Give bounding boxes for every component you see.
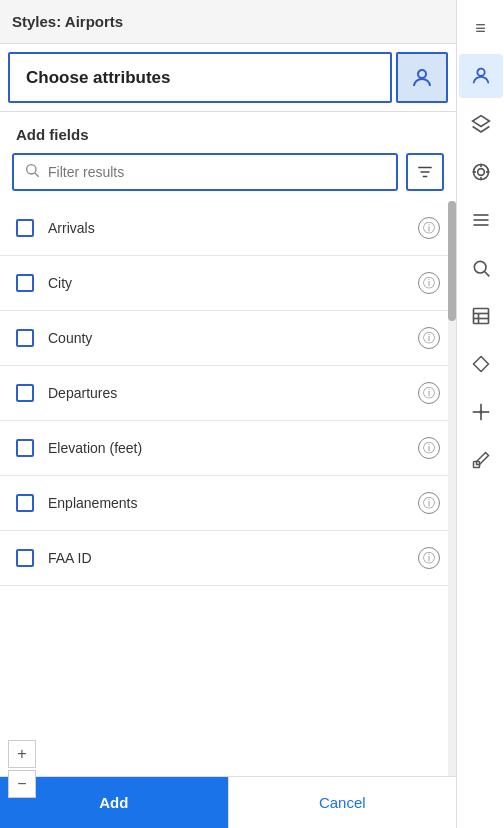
- field-item: Departures ⓘ: [0, 366, 456, 421]
- search-box: [12, 153, 398, 191]
- person-sidebar-icon[interactable]: [459, 54, 503, 98]
- table-sidebar-icon[interactable]: [459, 294, 503, 338]
- search-filter-row: [0, 153, 456, 201]
- field-name-2: County: [48, 330, 404, 346]
- fields-list-container: Arrivals ⓘ City ⓘ County ⓘ Departures ⓘ …: [0, 201, 456, 776]
- svg-marker-17: [473, 357, 488, 372]
- svg-rect-13: [473, 309, 488, 324]
- search-icon: [24, 162, 40, 182]
- info-icon-3[interactable]: ⓘ: [418, 382, 440, 404]
- field-item: FAA ID ⓘ: [0, 531, 456, 586]
- info-icon-4[interactable]: ⓘ: [418, 437, 440, 459]
- scrollbar-track[interactable]: [448, 201, 456, 776]
- field-checkbox-4[interactable]: [16, 439, 34, 457]
- crosshair-sidebar-icon[interactable]: [459, 390, 503, 434]
- zoom-out-button[interactable]: −: [8, 770, 36, 798]
- field-item: Enplanements ⓘ: [0, 476, 456, 531]
- zoom-in-button[interactable]: +: [8, 740, 36, 768]
- field-name-5: Enplanements: [48, 495, 404, 511]
- svg-marker-1: [472, 116, 489, 127]
- info-icon-0[interactable]: ⓘ: [418, 217, 440, 239]
- field-checkbox-2[interactable]: [16, 329, 34, 347]
- info-icon-1[interactable]: ⓘ: [418, 272, 440, 294]
- svg-line-24: [35, 173, 39, 177]
- field-name-6: FAA ID: [48, 550, 404, 566]
- search-sidebar-icon[interactable]: [459, 246, 503, 290]
- filter-button[interactable]: [406, 153, 444, 191]
- main-panel: Styles: Airports Choose attributes Add f…: [0, 0, 456, 828]
- list-sidebar-icon[interactable]: [459, 198, 503, 242]
- choose-attributes-icon-button[interactable]: [396, 52, 448, 103]
- edit-sidebar-icon[interactable]: [459, 438, 503, 482]
- field-name-0: Arrivals: [48, 220, 404, 236]
- search-input[interactable]: [48, 164, 386, 180]
- info-icon-6[interactable]: ⓘ: [418, 547, 440, 569]
- info-icon-2[interactable]: ⓘ: [418, 327, 440, 349]
- field-item: County ⓘ: [0, 311, 456, 366]
- fields-list: Arrivals ⓘ City ⓘ County ⓘ Departures ⓘ …: [0, 201, 456, 586]
- map-controls: + −: [8, 740, 36, 798]
- header-bar: Styles: Airports: [0, 0, 456, 44]
- field-checkbox-3[interactable]: [16, 384, 34, 402]
- field-checkbox-5[interactable]: [16, 494, 34, 512]
- field-item: City ⓘ: [0, 256, 456, 311]
- field-checkbox-0[interactable]: [16, 219, 34, 237]
- target-sidebar-icon[interactable]: [459, 150, 503, 194]
- footer-buttons: Add Cancel: [0, 776, 456, 828]
- layers-sidebar-icon[interactable]: [459, 102, 503, 146]
- svg-line-12: [484, 272, 489, 277]
- right-sidebar: ≡: [456, 0, 504, 828]
- field-checkbox-6[interactable]: [16, 549, 34, 567]
- field-name-1: City: [48, 275, 404, 291]
- add-fields-header: Add fields: [0, 112, 456, 153]
- field-name-3: Departures: [48, 385, 404, 401]
- scrollbar-thumb[interactable]: [448, 201, 456, 321]
- svg-point-3: [477, 169, 484, 176]
- field-item: Elevation (feet) ⓘ: [0, 421, 456, 476]
- add-fields-section: Add fields: [0, 112, 456, 776]
- header-title: Styles: Airports: [12, 13, 123, 30]
- info-icon-5[interactable]: ⓘ: [418, 492, 440, 514]
- svg-point-22: [418, 70, 426, 78]
- svg-point-23: [27, 165, 36, 174]
- choose-attributes-button[interactable]: Choose attributes: [8, 52, 392, 103]
- svg-point-0: [477, 69, 484, 76]
- field-checkbox-1[interactable]: [16, 274, 34, 292]
- diamond-sidebar-icon[interactable]: [459, 342, 503, 386]
- menu-sidebar-icon[interactable]: ≡: [459, 6, 503, 50]
- cancel-button[interactable]: Cancel: [228, 777, 457, 828]
- svg-point-11: [474, 261, 486, 273]
- field-name-4: Elevation (feet): [48, 440, 404, 456]
- choose-attributes-row: Choose attributes: [0, 44, 456, 112]
- field-item: Arrivals ⓘ: [0, 201, 456, 256]
